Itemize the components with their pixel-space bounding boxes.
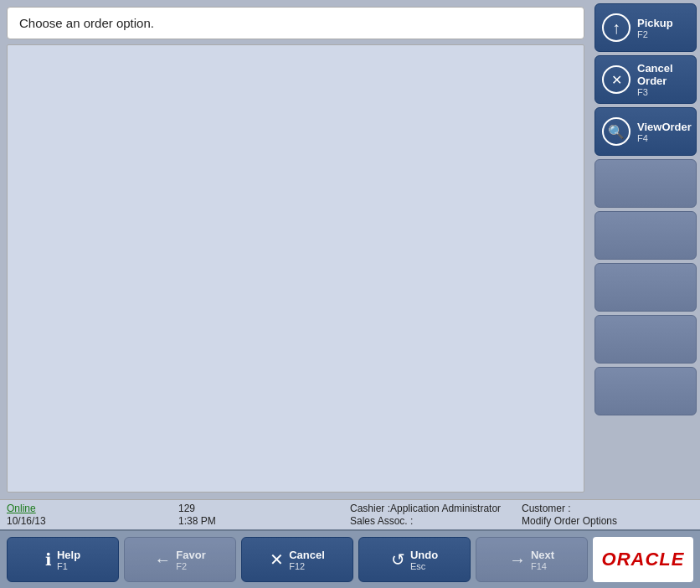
cancel-order-key: F3 (637, 87, 648, 97)
cancel-order-icon (602, 65, 631, 94)
view-order-key: F4 (637, 133, 648, 143)
favor-button: ← Favor F2 (124, 537, 236, 582)
next-key: F14 (531, 561, 547, 571)
next-button: → Next F14 (476, 537, 588, 582)
help-button[interactable]: ℹ Help F1 (7, 537, 119, 582)
oracle-text: ORACLE (602, 549, 685, 570)
pickup-button[interactable]: Pickup F2 (594, 3, 697, 52)
main-area: Choose an order option. Pickup F2 Cancel… (0, 0, 700, 499)
left-panel: Choose an order option. (0, 0, 591, 499)
undo-label: Undo (410, 549, 438, 561)
pickup-icon (602, 13, 631, 42)
status-row-1: Online 129 Cashier :Application Administ… (7, 503, 693, 514)
sidebar-empty-8 (594, 367, 697, 415)
status-bar: Online 129 Cashier :Application Administ… (0, 499, 700, 529)
sidebar-empty-7 (594, 315, 697, 364)
favor-label: Favor (176, 549, 205, 561)
sidebar-empty-4 (594, 159, 697, 208)
terminal-number: 129 (178, 503, 350, 514)
view-order-icon (602, 117, 631, 146)
cancel-label: Cancel (289, 549, 325, 561)
favor-icon: ← (154, 550, 171, 570)
favor-key: F2 (176, 561, 187, 571)
help-icon: ℹ (45, 549, 52, 570)
prompt-bar: Choose an order option. (7, 7, 584, 39)
cancel-icon: ✕ (270, 549, 284, 570)
next-label: Next (531, 549, 554, 561)
cancel-button[interactable]: ✕ Cancel F12 (241, 537, 353, 582)
oracle-logo: ORACLE (593, 537, 693, 582)
status-row-2: 10/16/13 1:38 PM Sales Assoc. : Modify O… (7, 515, 693, 527)
pickup-key: F2 (637, 29, 648, 39)
date-display: 10/16/13 (7, 515, 178, 527)
undo-icon: ↺ (391, 549, 405, 570)
bottom-toolbar: ℹ Help F1 ← Favor F2 ✕ Cancel F12 ↺ Undo… (0, 529, 700, 588)
time-display: 1:38 PM (178, 515, 350, 527)
sidebar-empty-6 (594, 263, 697, 312)
next-icon: → (509, 550, 526, 570)
content-area (7, 44, 584, 493)
view-order-label: ViewOrder (637, 121, 692, 133)
cancel-key: F12 (289, 561, 305, 571)
cancel-order-button[interactable]: Cancel Order F3 (594, 55, 697, 104)
online-status[interactable]: Online (7, 503, 178, 514)
cancel-order-label: Cancel Order (637, 62, 689, 87)
undo-button[interactable]: ↺ Undo Esc (358, 537, 471, 582)
customer-info: Customer : (522, 503, 693, 514)
pickup-label: Pickup (637, 17, 673, 29)
cashier-info: Cashier :Application Administrator (350, 503, 522, 514)
help-label: Help (57, 549, 80, 561)
right-sidebar: Pickup F2 Cancel Order F3 ViewOrder F4 (591, 0, 700, 499)
action-display: Modify Order Options (522, 515, 693, 527)
help-key: F1 (57, 561, 68, 571)
undo-key: Esc (410, 561, 425, 571)
sales-assoc: Sales Assoc. : (350, 515, 522, 527)
prompt-text: Choose an order option. (19, 16, 154, 30)
view-order-button[interactable]: ViewOrder F4 (594, 107, 697, 156)
sidebar-empty-5 (594, 211, 697, 260)
